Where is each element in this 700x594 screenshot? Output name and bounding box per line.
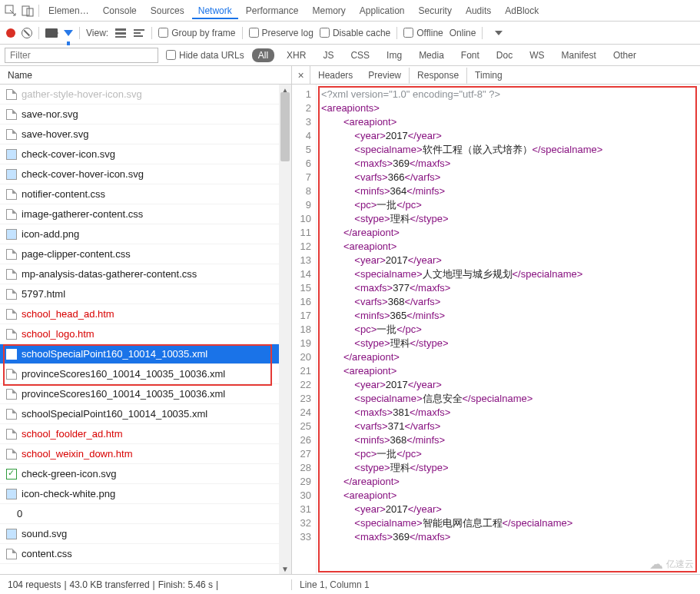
status-left: 104 requests | 43.0 KB transferred | Fin… bbox=[0, 579, 292, 590]
request-row[interactable]: save-nor.svg bbox=[0, 105, 291, 124]
request-row[interactable]: 5797.html bbox=[0, 284, 291, 304]
request-row[interactable]: school_foolder_ad.htm bbox=[0, 424, 291, 444]
svg-rect-7 bbox=[134, 32, 141, 34]
request-row[interactable]: 0 bbox=[0, 504, 291, 524]
tab-audits[interactable]: Audits bbox=[459, 2, 497, 19]
scroll-down-icon[interactable]: ▼ bbox=[279, 563, 291, 574]
status-bar: 104 requests | 43.0 KB transferred | Fin… bbox=[0, 574, 700, 594]
group-by-frame-checkbox[interactable]: Group by frame bbox=[158, 28, 235, 38]
record-icon[interactable] bbox=[6, 28, 15, 38]
request-row[interactable]: notifier-content.css bbox=[0, 184, 291, 204]
camera-icon[interactable] bbox=[45, 28, 58, 38]
svg-rect-5 bbox=[115, 36, 126, 38]
type-ws[interactable]: WS bbox=[525, 48, 549, 62]
request-row[interactable]: school_head_ad.htm bbox=[0, 304, 291, 324]
type-xhr[interactable]: XHR bbox=[282, 48, 310, 62]
code-content[interactable]: <?xml version="1.0" encoding="utf-8" ?> … bbox=[317, 85, 700, 574]
file-name: school_weixin_down.htm bbox=[22, 448, 133, 460]
request-row[interactable]: schoolSpecialPoint160_10014_10035.xml bbox=[0, 404, 291, 424]
request-row[interactable]: schoolSpecialPoint160_10014_10035.xml bbox=[0, 344, 291, 364]
file-name: icon-add.png bbox=[22, 228, 79, 240]
request-row[interactable]: page-clipper-content.css bbox=[0, 244, 291, 264]
type-font[interactable]: Font bbox=[456, 48, 484, 62]
scrollbar[interactable]: ▲ ▼ bbox=[279, 85, 291, 574]
cloud-icon: ☁ bbox=[649, 557, 663, 571]
file-name: provinceScores160_10014_10035_10036.xml bbox=[22, 388, 225, 400]
disable-cache-checkbox[interactable]: Disable cache bbox=[320, 28, 390, 38]
request-row[interactable]: school_weixin_down.htm bbox=[0, 444, 291, 464]
file-name: save-nor.svg bbox=[22, 108, 78, 120]
tab-performance[interactable]: Performance bbox=[240, 2, 305, 19]
tab-preview[interactable]: Preview bbox=[360, 68, 409, 83]
file-name: mp-analysis-datas-gatherer-content.css bbox=[22, 268, 197, 280]
group-label: Group by frame bbox=[171, 28, 235, 38]
tab-security[interactable]: Security bbox=[413, 2, 458, 19]
type-css[interactable]: CSS bbox=[346, 48, 374, 62]
file-icon bbox=[6, 349, 17, 360]
more-menu-icon[interactable] bbox=[495, 31, 503, 35]
column-header-name[interactable]: Name bbox=[0, 66, 291, 85]
response-panel: × Headers Preview Response Timing 123456… bbox=[292, 66, 700, 574]
file-name: 5797.html bbox=[22, 288, 65, 300]
scroll-thumb[interactable] bbox=[280, 92, 290, 161]
close-icon[interactable]: × bbox=[292, 66, 310, 85]
code-viewer[interactable]: 1234567891011121314151617181920212223242… bbox=[292, 85, 700, 574]
tab-timing[interactable]: Timing bbox=[467, 68, 510, 83]
request-row[interactable]: icon-add.png bbox=[0, 224, 291, 244]
request-row[interactable]: check-cover-icon.svg bbox=[0, 144, 291, 164]
inspect-icon[interactable] bbox=[3, 3, 18, 18]
tab-memory[interactable]: Memory bbox=[306, 2, 351, 19]
hide-data-urls-checkbox[interactable]: Hide data URLs bbox=[166, 50, 244, 61]
tab-network[interactable]: Network bbox=[192, 2, 238, 19]
tab-headers[interactable]: Headers bbox=[310, 68, 360, 83]
tab-adblock[interactable]: AdBlock bbox=[499, 2, 545, 19]
tab-elements[interactable]: Elemen… bbox=[42, 2, 95, 19]
toolbar-separator bbox=[79, 27, 80, 39]
type-img[interactable]: Img bbox=[382, 48, 406, 62]
request-row[interactable]: image-gatherer-content.css bbox=[0, 204, 291, 224]
request-row[interactable]: save-hover.svg bbox=[0, 124, 291, 144]
request-row[interactable]: provinceScores160_10014_10035_10036.xml bbox=[0, 384, 291, 404]
request-row[interactable]: icon-check-white.png bbox=[0, 484, 291, 504]
request-row[interactable]: provinceScores160_10014_10035_10036.xml bbox=[0, 364, 291, 384]
tab-application[interactable]: Application bbox=[353, 2, 411, 19]
tab-sources[interactable]: Sources bbox=[144, 2, 191, 19]
file-name: 0 bbox=[17, 508, 22, 519]
throttling-select[interactable]: Online bbox=[450, 28, 476, 38]
filter-input[interactable] bbox=[5, 48, 158, 63]
network-toolbar: View: Group by frame Preserve log Disabl… bbox=[0, 22, 700, 45]
type-all[interactable]: All bbox=[252, 48, 274, 62]
status-finish: Finish: 5.46 s bbox=[158, 579, 213, 590]
file-name: check-green-icon.svg bbox=[22, 468, 117, 480]
request-list[interactable]: gather-style-hover-icon.svgsave-nor.svgs… bbox=[0, 85, 291, 574]
tab-response[interactable]: Response bbox=[409, 68, 467, 84]
clear-icon[interactable] bbox=[22, 28, 32, 38]
type-manifest[interactable]: Manifest bbox=[557, 48, 601, 62]
preserve-log-checkbox[interactable]: Preserve log bbox=[249, 28, 314, 38]
view-label: View: bbox=[86, 28, 108, 38]
file-icon bbox=[6, 449, 17, 460]
file-icon bbox=[6, 149, 17, 160]
request-row[interactable]: check-cover-hover-icon.svg bbox=[0, 164, 291, 184]
file-name: check-cover-hover-icon.svg bbox=[22, 168, 144, 180]
filter-icon[interactable] bbox=[64, 30, 73, 36]
file-icon bbox=[6, 469, 17, 480]
request-row[interactable]: mp-analysis-datas-gatherer-content.css bbox=[0, 264, 291, 284]
svg-rect-8 bbox=[134, 35, 143, 37]
tab-console[interactable]: Console bbox=[97, 2, 143, 19]
request-row[interactable]: check-green-icon.svg bbox=[0, 464, 291, 484]
type-doc[interactable]: Doc bbox=[492, 48, 517, 62]
request-row[interactable]: gather-style-hover-icon.svg bbox=[0, 85, 291, 105]
offline-label: Offline bbox=[416, 28, 443, 38]
type-other[interactable]: Other bbox=[609, 48, 641, 62]
request-row[interactable]: sound.svg bbox=[0, 524, 291, 544]
type-media[interactable]: Media bbox=[414, 48, 449, 62]
type-js[interactable]: JS bbox=[318, 48, 338, 62]
request-row[interactable]: school_logo.htm bbox=[0, 324, 291, 344]
overview-icon[interactable] bbox=[133, 27, 145, 39]
response-tabs: × Headers Preview Response Timing bbox=[292, 66, 700, 85]
large-rows-icon[interactable] bbox=[114, 27, 127, 39]
request-row[interactable]: content.css bbox=[0, 544, 291, 564]
offline-checkbox[interactable]: Offline bbox=[403, 28, 443, 38]
device-toggle-icon[interactable] bbox=[20, 3, 35, 18]
